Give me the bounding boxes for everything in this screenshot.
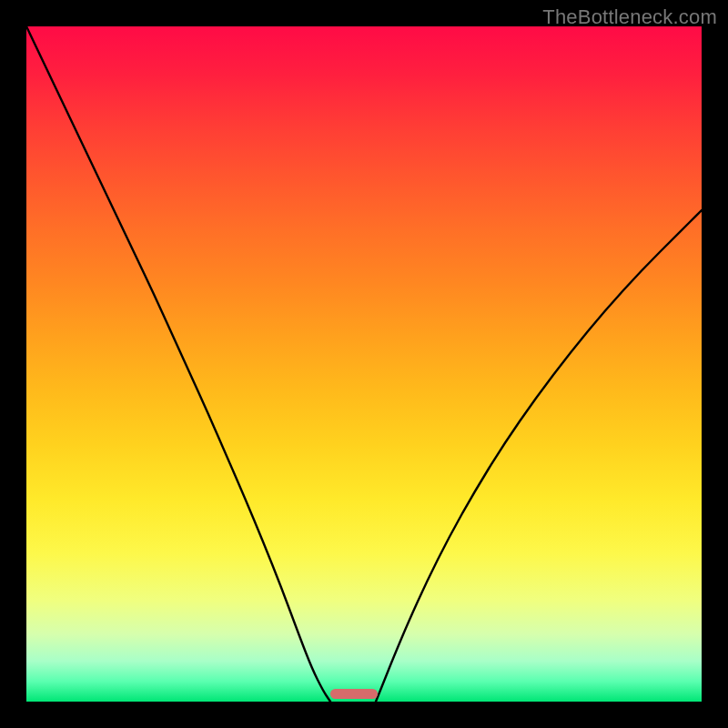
left-curve — [26, 26, 330, 702]
chart-frame: TheBottleneck.com — [0, 0, 728, 728]
bottom-segment-marker — [330, 689, 378, 699]
curves-layer — [26, 26, 702, 702]
watermark-text: TheBottleneck.com — [542, 5, 717, 29]
right-curve — [376, 210, 702, 702]
plot-area — [26, 26, 702, 702]
